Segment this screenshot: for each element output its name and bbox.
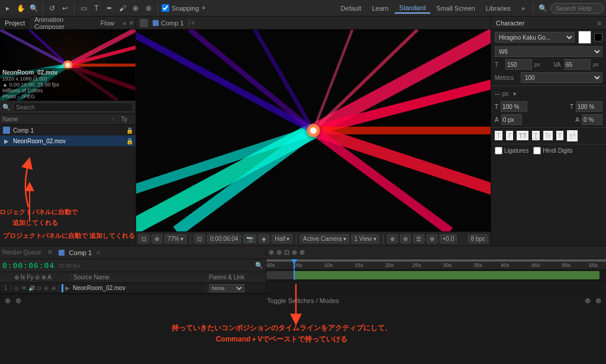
sw-lock[interactable]: ⊡ xyxy=(36,285,42,292)
view-count-btn[interactable]: 1 View ▾ xyxy=(352,234,379,243)
project-search-input[interactable] xyxy=(13,102,133,112)
active-camera-btn[interactable]: Active Camera ▾ xyxy=(300,234,349,243)
viewer-offset-btn[interactable]: +0.0 xyxy=(440,234,457,243)
status-icon-4[interactable]: ⊗ xyxy=(595,297,601,305)
style-all-caps-btn[interactable]: T xyxy=(556,131,564,140)
viewer-options-3[interactable]: ☰ xyxy=(413,234,424,243)
file-item-comp1[interactable]: Comp 1 🔒 xyxy=(0,125,136,136)
metrics-select[interactable]: 100 xyxy=(521,72,602,83)
comp-tab-menu-icon[interactable]: ≡ xyxy=(192,20,195,26)
ruler-label-35s: 35s xyxy=(473,262,482,268)
char-color-preview[interactable] xyxy=(578,31,591,44)
timecode-display-tl[interactable]: 0:00:06:04 xyxy=(2,261,54,270)
brush-tool-icon[interactable]: 🖌 xyxy=(117,3,128,14)
playhead[interactable] xyxy=(294,259,295,269)
puppet-tool-icon[interactable]: ⊛ xyxy=(143,3,154,14)
zoom-tool-icon[interactable]: 🔍 xyxy=(28,3,39,14)
flow-tab[interactable]: Flow xyxy=(96,17,119,29)
transparency-btn[interactable]: ◈ xyxy=(259,234,269,243)
search-input[interactable] xyxy=(550,3,604,14)
snapping-checkbox[interactable] xyxy=(162,4,169,12)
font-style-select[interactable]: W6 xyxy=(495,46,602,57)
status-icon-2[interactable]: ⊛ xyxy=(15,297,21,305)
h-scale-input[interactable] xyxy=(501,101,527,112)
hindi-digits-label[interactable]: Hindi Digits xyxy=(533,147,573,154)
viewer-options-2[interactable]: ⊛ xyxy=(400,234,411,243)
tsume-input[interactable] xyxy=(582,114,602,125)
kern-input[interactable] xyxy=(564,59,591,70)
layer-name-1[interactable]: NeonRoom_02.mov xyxy=(73,285,125,291)
work-area-bar[interactable] xyxy=(266,259,606,262)
hand-tool-icon[interactable]: ✋ xyxy=(15,3,26,14)
tl-icon-2[interactable]: ⊛ xyxy=(276,249,282,256)
comp-tab[interactable]: Comp 1 ≡ xyxy=(153,19,195,27)
shape-tool-icon[interactable]: ▭ xyxy=(78,3,89,14)
ligatures-label[interactable]: Ligatures xyxy=(495,147,528,154)
font-family-select[interactable]: Hiragino Kaku Go... xyxy=(495,32,575,43)
unit-dropdown[interactable]: ▾ xyxy=(513,91,516,97)
layer-item-1[interactable]: 1 ◎ 👁 🔊 ⊡ ⊛ ⊕ ▶ NeonRoom_02.mov None xyxy=(0,283,266,294)
workspace-default[interactable]: Default xyxy=(336,4,366,13)
snapshot-btn[interactable]: 📷 xyxy=(243,234,256,243)
sw-collapse[interactable]: ⊛ xyxy=(43,285,49,292)
undo-icon[interactable]: ↩ xyxy=(60,3,70,14)
hindi-digits-checkbox[interactable] xyxy=(533,147,541,154)
viewer-monitors-btn[interactable]: ⊡ xyxy=(138,234,149,243)
quality-select-btn[interactable]: Half ▾ xyxy=(272,234,292,243)
status-icon-3[interactable]: ⊕ xyxy=(585,297,591,305)
stamp-tool-icon[interactable]: ⊕ xyxy=(130,3,141,14)
tl-search-icon[interactable]: 🔍 xyxy=(255,262,263,269)
parent-select-1[interactable]: None xyxy=(209,284,244,292)
pen-tool-icon[interactable]: ✒ xyxy=(104,3,115,14)
snapping-control[interactable]: Snapping ⌖ xyxy=(162,4,205,12)
style-sup-btn[interactable]: T1 xyxy=(567,130,578,141)
font-size-input[interactable] xyxy=(505,59,532,70)
zoom-btn[interactable]: 77% ▾ xyxy=(165,234,186,243)
time-display-btn[interactable]: 0:00:06:04 xyxy=(207,234,241,243)
style-regular-btn[interactable]: T xyxy=(495,131,502,140)
tl-comp-tab-label[interactable]: Comp 1 xyxy=(69,249,92,256)
preview-quality-btn[interactable]: ⊡ xyxy=(194,234,205,243)
workspace-learn[interactable]: Learn xyxy=(367,4,393,13)
sw-quality[interactable]: ⊕ xyxy=(51,285,57,292)
style-bold-btn[interactable]: TT xyxy=(517,131,528,140)
time-ruler[interactable]: 00s 05s 10s 15s 20s 25s 30s 35s 40s 45s … xyxy=(266,259,606,270)
viewer-options-4[interactable]: ⊗ xyxy=(427,234,437,243)
workspace-libraries[interactable]: Libraries xyxy=(481,4,515,13)
baseline-input[interactable] xyxy=(501,114,522,125)
panel-tabs-more[interactable]: » xyxy=(119,20,130,27)
tl-comp-menu[interactable]: ≡ xyxy=(96,249,100,256)
char-panel-menu[interactable]: ≡ xyxy=(598,20,601,27)
workspace-smallscreen[interactable]: Small Screen xyxy=(431,4,479,13)
tl-icon-3[interactable]: ⊡ xyxy=(284,249,289,256)
viewer-3d-btn[interactable]: ⊕ xyxy=(152,234,162,243)
select-tool-icon[interactable]: ▸ xyxy=(2,3,13,14)
workspace-more[interactable]: » xyxy=(517,4,530,13)
animation-composer-tab[interactable]: Animation Composer xyxy=(30,17,96,29)
viewer-options-1[interactable]: ⊕ xyxy=(387,234,398,243)
workspace-standard[interactable]: Standard xyxy=(395,3,431,14)
bpc-btn[interactable]: 8 bpc xyxy=(468,234,488,243)
v-scale-input[interactable] xyxy=(576,101,602,112)
rotate-tool-icon[interactable]: ↺ xyxy=(47,3,57,14)
tl-icon-4[interactable]: ⊕ xyxy=(292,249,297,256)
panel-menu-icon[interactable]: ≡ xyxy=(130,20,133,26)
char-color-stroke[interactable] xyxy=(594,33,602,41)
file-item-neonroom[interactable]: ▶ NeonRoom_02.mov 🔒 xyxy=(0,136,136,146)
ligatures-checkbox[interactable] xyxy=(495,147,502,154)
layer-expand-icon[interactable]: ▶ xyxy=(65,285,70,291)
style-italic-btn[interactable]: T xyxy=(506,131,514,140)
track-bar-1[interactable] xyxy=(294,271,599,279)
search-icon[interactable]: 🔍 xyxy=(537,3,548,14)
style-small-caps-btn[interactable]: Tr xyxy=(543,131,553,140)
text-tool-icon[interactable]: T xyxy=(91,3,102,14)
tl-icon-1[interactable]: ⊕ xyxy=(269,249,274,256)
file-name-neonroom: NeonRoom_02.mov xyxy=(13,138,126,144)
sw-audio[interactable]: 🔊 xyxy=(28,285,35,292)
sw-visible[interactable]: 👁 xyxy=(21,285,27,292)
tl-icon-5[interactable]: ⊗ xyxy=(299,249,305,256)
style-underline-btn[interactable]: T xyxy=(532,131,540,140)
sw-solo[interactable]: ◎ xyxy=(14,285,20,292)
status-icon-1[interactable]: ⊕ xyxy=(5,297,11,305)
project-tab[interactable]: Project xyxy=(0,17,30,29)
